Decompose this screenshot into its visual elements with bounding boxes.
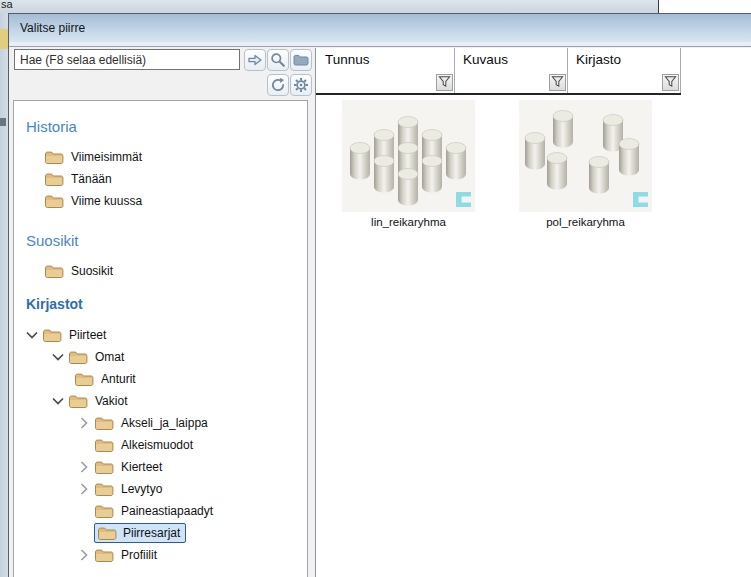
tree-item-label: Piirteet <box>69 328 106 342</box>
filter-input-kuvaus[interactable] <box>455 73 548 93</box>
folder-icon <box>293 52 309 68</box>
result-item-pol-reikaryhma[interactable] <box>519 100 652 212</box>
folder-icon <box>74 371 94 387</box>
tree-item-omat[interactable]: Omat <box>48 346 307 368</box>
filter-button-tunnus[interactable] <box>436 74 453 91</box>
folder-icon <box>94 547 114 563</box>
tree-item-alkeismuodot[interactable]: Alkeismuodot <box>74 434 307 456</box>
tree-item-label: Vakiot <box>95 394 127 408</box>
folder-icon <box>44 171 64 187</box>
refresh-icon <box>270 77 286 93</box>
folder-icon <box>94 503 114 519</box>
tree-item-anturit[interactable]: Anturit <box>74 368 307 390</box>
refresh-button[interactable] <box>267 74 289 96</box>
result-item-label: lin_reikaryhma <box>342 216 475 228</box>
arrow-right-icon <box>247 52 263 68</box>
search-icon <box>270 52 286 68</box>
section-header-history[interactable]: Historia <box>26 118 307 140</box>
tree-item-viime-kuussa[interactable]: Viime kuussa <box>44 190 307 212</box>
result-item-lin-reikaryhma[interactable] <box>342 100 475 212</box>
background-folder-fragment <box>0 29 8 49</box>
folder-icon <box>44 193 64 209</box>
settings-button[interactable] <box>290 74 312 96</box>
folder-icon <box>94 481 114 497</box>
column-header-tunnus[interactable]: Tunnus <box>316 48 454 72</box>
section-header-libraries[interactable]: Kirjastot <box>26 296 307 318</box>
dialog-titlebar[interactable]: Valitse piirre <box>9 14 751 42</box>
tree-item-label: Suosikit <box>71 264 113 278</box>
search-input[interactable] <box>14 49 240 70</box>
chevron-right-icon[interactable] <box>74 481 94 497</box>
folder-icon <box>94 437 114 453</box>
column-header-kirjasto[interactable]: Kirjasto <box>567 48 680 72</box>
tree-item-label: Anturit <box>101 372 136 386</box>
background-window-strip: sa <box>0 0 659 13</box>
folder-icon <box>44 149 64 165</box>
chevron-right-icon[interactable] <box>74 547 94 563</box>
gear-icon <box>293 77 309 93</box>
folder-icon <box>97 525 117 541</box>
vertex-logo-icon <box>456 192 471 207</box>
tree-item-akseli-ja-laippa[interactable]: Akseli_ja_laippa <box>74 412 307 434</box>
tree-item-profiilit[interactable]: Profiilit <box>74 544 307 566</box>
dialog-body: Historia Viimeisimmät Tänään <box>10 48 751 577</box>
result-item-label: pol_reikaryhma <box>519 216 652 228</box>
folder-icon <box>42 327 62 343</box>
funnel-icon <box>551 74 564 92</box>
tree-item-vakiot[interactable]: Vakiot <box>48 390 307 412</box>
filter-input-tunnus[interactable] <box>317 73 435 93</box>
background-tick <box>0 118 6 126</box>
select-feature-dialog: Valitse piirre <box>8 13 751 577</box>
tree-item-label: Viime kuussa <box>71 194 142 208</box>
chevron-down-icon[interactable] <box>48 349 68 365</box>
tree-item-label: Alkeismuodot <box>121 438 193 452</box>
section-header-favorites[interactable]: Suosikit <box>26 232 307 254</box>
header-underline <box>316 93 681 95</box>
chevron-down-icon[interactable] <box>22 327 42 343</box>
tree-item-paineastiapaadyt[interactable]: Paineastiapaadyt <box>74 500 307 522</box>
selected-tree-item[interactable]: Piirresarjat <box>94 523 186 543</box>
folder-icon <box>44 263 64 279</box>
filter-input-kirjasto[interactable] <box>568 73 661 93</box>
column-header-kuvaus[interactable]: Kuvaus <box>454 48 567 72</box>
section-gap <box>22 282 307 296</box>
chevron-right-icon[interactable] <box>74 459 94 475</box>
tree-item-label: Omat <box>95 350 124 364</box>
tree-item-label: Kierteet <box>121 460 162 474</box>
vertex-logo-icon <box>633 192 648 207</box>
titlebar-substrip <box>9 42 751 47</box>
tree-item-kierteet[interactable]: Kierteet <box>74 456 307 478</box>
filter-button-kuvaus[interactable] <box>549 74 566 91</box>
section-gap <box>22 212 307 232</box>
browse-button[interactable] <box>290 49 312 71</box>
filter-button-kirjasto[interactable] <box>662 74 679 91</box>
tree-item-viimeisimmat[interactable]: Viimeisimmät <box>44 146 307 168</box>
chevron-right-icon[interactable] <box>74 415 94 431</box>
tree-item-levytyo[interactable]: Levytyo <box>74 478 307 500</box>
tree-item-label: Paineastiapaadyt <box>121 504 213 518</box>
go-button[interactable] <box>244 49 266 71</box>
tree-item-suosikit[interactable]: Suosikit <box>44 260 307 282</box>
chevron-spacer <box>74 503 94 519</box>
tree-item-tanaan[interactable]: Tänään <box>44 168 307 190</box>
tree-item-label: Akseli_ja_laippa <box>121 416 208 430</box>
tree-item-label: Levytyo <box>121 482 162 496</box>
folder-icon <box>68 393 88 409</box>
folder-icon <box>68 349 88 365</box>
chevron-down-icon[interactable] <box>48 393 68 409</box>
dialog-title: Valitse piirre <box>20 21 85 35</box>
tree-item-piirresarjat[interactable]: Piirresarjat <box>74 522 307 544</box>
funnel-icon <box>664 74 677 92</box>
search-button[interactable] <box>267 49 289 71</box>
tree-item-label: Profiilit <box>121 548 157 562</box>
folder-icon <box>94 459 114 475</box>
background-clipped-text: sa <box>1 0 13 10</box>
funnel-icon <box>438 74 451 92</box>
results-panel: Tunnus Kuvaus Kirjasto <box>315 48 751 577</box>
background-left-strip <box>0 13 8 577</box>
tree-item-label: Viimeisimmät <box>71 150 142 164</box>
library-tree-panel: Historia Viimeisimmät Tänään <box>13 100 308 577</box>
column-separator <box>680 48 681 95</box>
screen: sa Valitse piirre <box>0 0 751 577</box>
tree-item-piirteet[interactable]: Piirteet <box>22 324 307 346</box>
